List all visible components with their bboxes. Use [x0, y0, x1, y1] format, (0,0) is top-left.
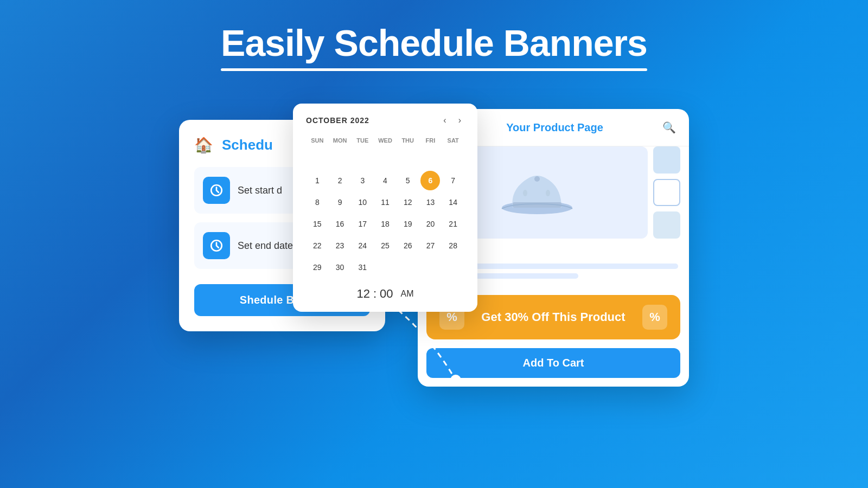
svg-point-8 — [546, 190, 550, 196]
cal-day-empty — [353, 149, 372, 169]
cal-minutes[interactable]: 00 — [380, 287, 393, 301]
calendar-time: 12 : 00 AM — [306, 287, 464, 301]
cal-day-29[interactable]: 29 — [308, 258, 327, 277]
cal-day-24[interactable]: 24 — [353, 236, 372, 255]
cal-header-mon: MON — [329, 135, 352, 148]
cal-day-empty — [398, 258, 418, 277]
cal-day-17[interactable]: 17 — [353, 214, 372, 234]
thumbnail-3[interactable] — [653, 211, 680, 239]
cal-day-empty — [308, 149, 327, 169]
cal-day-2[interactable]: 2 — [330, 171, 350, 190]
cal-day-7[interactable]: 7 — [443, 171, 463, 190]
thumbnail-1[interactable] — [653, 146, 680, 174]
cal-day-8[interactable]: 8 — [308, 192, 327, 212]
cal-header-sat: SAT — [442, 135, 464, 148]
calendar-popup: OCTOBER 2022 ‹ › SUN MON TUE WED THU FRI… — [293, 104, 477, 312]
cal-day-22[interactable]: 22 — [308, 236, 327, 255]
cal-day-31[interactable]: 31 — [353, 258, 372, 277]
svg-point-6 — [534, 176, 540, 182]
calendar-grid: SUN MON TUE WED THU FRI SAT 1 2 3 4 — [306, 135, 464, 278]
promo-icon-right: % — [642, 305, 667, 330]
clock-icon-end — [203, 232, 230, 259]
cal-header-wed: WED — [374, 135, 397, 148]
calendar-navigation: ‹ › — [440, 114, 464, 126]
cal-day-10[interactable]: 10 — [353, 192, 372, 212]
cal-day-11[interactable]: 11 — [375, 192, 395, 212]
product-thumbnails — [653, 146, 680, 239]
calendar-header: OCTOBER 2022 ‹ › — [306, 114, 464, 126]
cal-day-empty — [375, 149, 395, 169]
svg-point-7 — [523, 190, 527, 196]
cal-day-25[interactable]: 25 — [375, 236, 395, 255]
cal-day-13[interactable]: 13 — [420, 192, 440, 212]
calendar-month: OCTOBER 2022 — [306, 116, 369, 125]
main-title: Easily Schedule Banners — [221, 22, 647, 71]
cal-day-empty — [398, 149, 418, 169]
cal-day-empty — [375, 258, 395, 277]
cal-day-6[interactable]: 6 — [420, 171, 440, 190]
cal-day-14[interactable]: 14 — [443, 192, 463, 212]
schedule-panel: 🏠 Schedu Set start d Set end date: ⌄ — [179, 120, 385, 331]
cal-day-16[interactable]: 16 — [330, 214, 350, 234]
calendar-next-button[interactable]: › — [455, 114, 464, 126]
content-area: 🏠 Schedu Set start d Set end date: ⌄ — [0, 104, 868, 387]
clock-icon-start — [203, 177, 230, 204]
cal-day-19[interactable]: 19 — [398, 214, 418, 234]
cal-day-empty — [420, 149, 440, 169]
cal-day-28[interactable]: 28 — [443, 236, 463, 255]
schedule-panel-title: Schedu — [222, 137, 273, 153]
add-to-cart-button[interactable]: Add To Cart — [426, 348, 680, 378]
cal-header-tue: TUE — [351, 135, 374, 148]
cal-header-fri: FRI — [419, 135, 442, 148]
cal-time-separator: : — [373, 287, 376, 301]
cal-day-5[interactable]: 5 — [398, 171, 418, 190]
cal-day-12[interactable]: 12 — [398, 192, 418, 212]
cal-day-empty — [443, 258, 463, 277]
cal-ampm[interactable]: AM — [401, 289, 414, 299]
hat-illustration — [499, 167, 575, 219]
calendar-prev-button[interactable]: ‹ — [440, 114, 449, 126]
cal-day-18[interactable]: 18 — [375, 214, 395, 234]
home-icon: 🏠 — [194, 136, 213, 154]
thumbnail-2[interactable] — [653, 179, 680, 206]
cal-day-3[interactable]: 3 — [353, 171, 372, 190]
cal-day-15[interactable]: 15 — [308, 214, 327, 234]
cal-header-sun: SUN — [306, 135, 329, 148]
cal-day-30[interactable]: 30 — [330, 258, 350, 277]
percent-icon-right: % — [649, 310, 660, 324]
cal-hour[interactable]: 12 — [356, 287, 369, 301]
cal-day-4[interactable]: 4 — [375, 171, 395, 190]
cal-day-21[interactable]: 21 — [443, 214, 463, 234]
cal-day-empty — [420, 258, 440, 277]
search-icon[interactable]: 🔍 — [662, 121, 676, 134]
cal-day-23[interactable]: 23 — [330, 236, 350, 255]
set-start-label: Set start d — [238, 185, 282, 196]
promo-text: Get 30% Off This Product — [464, 310, 642, 324]
cal-header-thu: THU — [397, 135, 419, 148]
percent-icon-left: % — [446, 310, 457, 324]
cal-day-1[interactable]: 1 — [308, 171, 327, 190]
cal-day-27[interactable]: 27 — [420, 236, 440, 255]
cal-day-26[interactable]: 26 — [398, 236, 418, 255]
cal-day-9[interactable]: 9 — [330, 192, 350, 212]
product-page-title: Your Product Page — [506, 121, 603, 134]
cal-day-empty — [330, 149, 350, 169]
cal-day-20[interactable]: 20 — [420, 214, 440, 234]
cal-day-empty — [443, 149, 463, 169]
set-end-label: Set end date: — [238, 240, 296, 252]
